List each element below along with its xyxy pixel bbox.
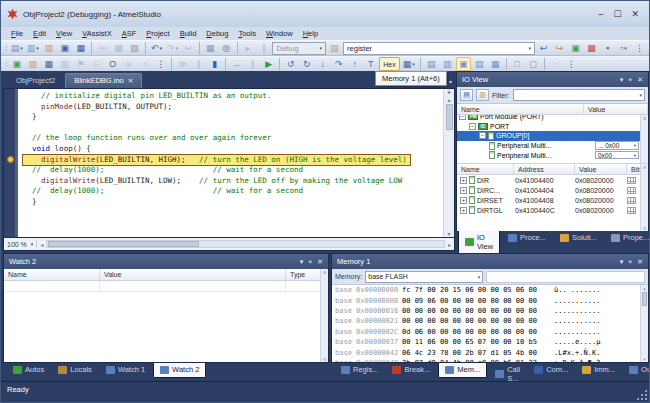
menu-item-file[interactable]: File — [6, 28, 28, 39]
register-value-dropdown[interactable]: ... 0x00▾ — [595, 141, 639, 150]
window-position-icon[interactable]: ▾ — [620, 76, 624, 84]
watch-vertical-scrollbar[interactable]: ∧∨ — [320, 269, 328, 362]
tab-imm-[interactable]: Imm... — [576, 363, 621, 377]
disassembly-button[interactable]: T — [363, 57, 378, 71]
code-editor[interactable]: // initialize digital pin LED_BUILTIN as… — [3, 88, 455, 238]
expander-icon[interactable]: − — [479, 132, 486, 139]
package-button[interactable]: ▧ — [327, 41, 342, 55]
break-all-button[interactable]: ∥ — [256, 41, 271, 55]
scrollbar-thumb[interactable] — [446, 104, 453, 130]
navigate-backward-button[interactable]: ↩ — [181, 41, 196, 55]
step-out-button[interactable]: ↑ — [347, 57, 362, 71]
column-address[interactable]: Address — [514, 164, 575, 174]
register-row[interactable] — [457, 215, 648, 225]
io-tree-item[interactable]: Peripheral Multi...... 0x00▾ — [457, 141, 648, 151]
scroll-up-icon[interactable]: ▴ — [447, 96, 450, 103]
io-tree-item[interactable]: −PMPort Module (PORT) — [457, 115, 648, 122]
resize-grip[interactable] — [636, 389, 647, 400]
menu-item-build[interactable]: Build — [175, 28, 202, 39]
io-tree-item[interactable]: −IOPORT — [457, 122, 648, 132]
doc-tab-blinkedbg-ino[interactable]: BlinkEDBG.ino✕ — [65, 73, 142, 88]
paste-button[interactable]: ▧ — [127, 41, 142, 55]
disable-breakpoints-button[interactable]: ◻ — [526, 57, 541, 71]
column-name[interactable]: Name — [4, 269, 100, 280]
search-command-combo[interactable]: register▾ — [343, 42, 535, 55]
pause-program-button[interactable]: ∥ — [191, 57, 206, 71]
menu-item-debug[interactable]: Debug — [201, 28, 233, 39]
undo-button[interactable]: ↶▾ — [149, 41, 164, 55]
tab-prope-[interactable]: Prope... — [605, 231, 650, 245]
close-icon[interactable]: ✕ — [637, 258, 643, 266]
new-breakpoint-button[interactable]: □ — [510, 57, 525, 71]
register-row[interactable]: +DIRSET0x410044080x08020000 — [457, 195, 648, 205]
step-over-button[interactable]: ↷ — [331, 57, 346, 71]
tab-regis-[interactable]: Regis... — [335, 363, 384, 377]
hex-toggle-button[interactable]: Hex — [379, 57, 399, 71]
attach-to-target-button[interactable]: ▪ — [600, 41, 615, 55]
copy-full-path-button[interactable]: ▥ — [57, 57, 72, 71]
close-button[interactable]: ✕ — [631, 9, 639, 19]
tab-io-view[interactable]: IO View — [458, 231, 500, 255]
profile-button[interactable]: ▩ — [584, 41, 599, 55]
call-stack-window-button[interactable]: ▤ — [472, 57, 487, 71]
close-icon[interactable]: ✕ — [128, 77, 133, 85]
tab-soluti-[interactable]: Soluti... — [554, 231, 603, 245]
menu-item-window[interactable]: Window — [261, 28, 298, 39]
memory-scrollbar[interactable]: ▴▾ — [640, 285, 648, 362]
column-value[interactable]: Value — [575, 164, 627, 174]
tab-proce-[interactable]: Proce... — [502, 231, 552, 245]
watch-titlebar[interactable]: Watch 2 ▾ ⌖ ✕ — [4, 254, 328, 269]
break-button[interactable]: ∥ — [245, 57, 260, 71]
solution-explorer-button[interactable]: ▦ — [203, 41, 218, 55]
indent-button[interactable]: ≡ — [121, 57, 136, 71]
step-into-button[interactable]: ↓ — [315, 57, 330, 71]
stop-debugging-button[interactable]: ▮ — [207, 57, 222, 71]
menu-item-vassistx[interactable]: VAssistX — [77, 28, 116, 39]
register-row[interactable]: +DIRC...0x410044040x08020000 — [457, 185, 648, 195]
run-to-cursor-button[interactable]: → — [229, 57, 244, 71]
memory-row[interactable]: base 0x0000004D2b 07 d0 04 4b 00 c0 00 b… — [332, 358, 648, 362]
redo-button[interactable]: ↷▾ — [165, 41, 180, 55]
continue-button[interactable]: ▶ — [261, 57, 276, 71]
close-icon[interactable]: ✕ — [317, 258, 323, 266]
open-file-button[interactable]: ▨ — [41, 41, 56, 55]
expander-icon[interactable]: + — [460, 207, 467, 214]
comment-button[interactable]: ▫ — [137, 57, 152, 71]
memory-row[interactable]: base 0x0000004206 4c 23 78 00 2b 07 d1 0… — [332, 347, 648, 357]
cut-button[interactable]: ✂ — [95, 41, 110, 55]
copy-button[interactable]: ▩ — [111, 41, 126, 55]
memory-row[interactable]: base 0x0000002C0d 06 00 00 00 00 00 00 0… — [332, 327, 648, 337]
tab-watch-1[interactable]: Watch 1 — [100, 363, 151, 377]
menu-item-asf[interactable]: ASF — [117, 28, 142, 39]
doc-tab-objproject2[interactable]: ObjProject2 — [8, 74, 63, 88]
toolbar-overflow-button[interactable]: ⋮ — [632, 41, 647, 55]
device-tool-button[interactable]: ▦▾ — [401, 57, 417, 71]
device-selection-button[interactable]: ▦ — [41, 57, 56, 71]
reset-button[interactable]: ↺ — [283, 57, 298, 71]
register-row[interactable]: +DIRTGL0x4100440C0x08020000 — [457, 205, 648, 215]
save-button[interactable]: ▣ — [57, 41, 72, 55]
navigate-back-button[interactable]: ↩ — [536, 41, 551, 55]
memory-row[interactable]: base 0x00000000fc 7f 00 20 15 06 00 00 0… — [332, 285, 648, 295]
memory-row[interactable]: base 0x0000000B00 09 06 00 00 00 00 00 0… — [332, 295, 648, 305]
tab-mem-[interactable]: Mem... — [438, 363, 487, 378]
new-window-button[interactable]: ▫▾ — [616, 41, 631, 55]
expander-icon[interactable]: − — [469, 123, 476, 130]
menu-item-edit[interactable]: Edit — [28, 28, 51, 39]
tab-autos[interactable]: Autos — [7, 363, 50, 377]
register-row[interactable]: +DIR0x410044000x08020000 — [457, 175, 648, 185]
start-debugging-button[interactable]: ▸ — [240, 41, 255, 55]
window-position-icon[interactable]: ▾ — [620, 258, 624, 266]
pin-icon[interactable]: ⌖ — [308, 258, 312, 266]
memory-row[interactable]: base 0x0000001600 00 00 00 00 00 00 00 0… — [332, 306, 648, 316]
breakpoint-margin[interactable] — [4, 89, 18, 237]
filter-input[interactable]: ▾ — [513, 89, 646, 101]
expander-icon[interactable]: + — [460, 197, 467, 204]
maximize-button[interactable]: ☐ — [613, 9, 621, 19]
bits-icon[interactable] — [627, 187, 636, 194]
tab-output[interactable]: Output — [623, 363, 650, 377]
tab-well-overflow-icon[interactable]: ▾ — [449, 78, 452, 85]
pin-icon[interactable]: ⌖ — [628, 76, 632, 84]
scrollbar-thumb[interactable] — [48, 241, 199, 247]
device-programming-button[interactable]: ▣ — [9, 57, 24, 71]
